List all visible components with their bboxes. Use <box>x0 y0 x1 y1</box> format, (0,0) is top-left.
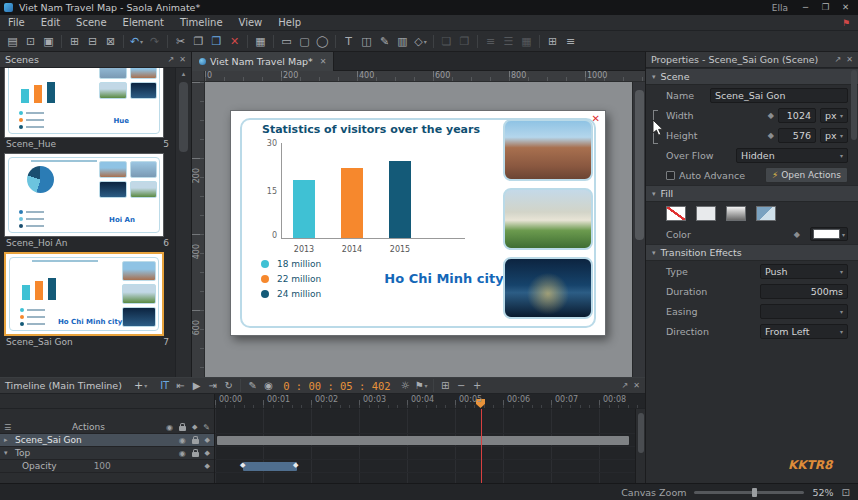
scrollbar-thumb[interactable] <box>638 413 644 453</box>
section-header-transition[interactable]: ▾ Transition Effects <box>646 244 858 261</box>
insert-image-button[interactable]: ▦ <box>252 33 269 50</box>
close-panel-icon[interactable]: ✕ <box>633 381 640 390</box>
playhead-line[interactable] <box>481 409 482 483</box>
zoom-slider-handle[interactable] <box>752 488 757 497</box>
menu-view[interactable]: View <box>231 15 271 30</box>
insert-rounded-rectangle-button[interactable]: ▢ <box>296 33 313 50</box>
top-lane[interactable] <box>215 447 635 460</box>
export-html5-button[interactable]: ⊟ <box>84 33 101 50</box>
legend-item[interactable]: 22 million <box>261 274 321 284</box>
slide-chart-element[interactable]: 30 15 0 201320142015 <box>257 143 469 255</box>
property-value[interactable]: 100 <box>94 461 111 471</box>
scene-name-input[interactable]: Scene_Sai Gon <box>710 88 848 103</box>
fill-image-swatch[interactable] <box>756 206 776 221</box>
open-actions-button[interactable]: ⚡ Open Actions <box>765 167 848 183</box>
scene-item-hoi-an[interactable]: Hoi An Scene_Hoi An 6 <box>4 153 172 248</box>
scene-thumbnail[interactable]: Hoi An <box>4 153 164 237</box>
grid-options-button[interactable]: ⊞ <box>544 33 561 50</box>
transition-type-dropdown[interactable]: Push ▾ <box>760 264 848 279</box>
loop-playback-button[interactable]: ↻ <box>221 379 236 393</box>
align-button[interactable]: ≡ <box>482 33 499 50</box>
delete-button[interactable]: ✕ <box>226 33 243 50</box>
next-frame-button[interactable]: ⇥ <box>205 379 220 393</box>
arrange-button[interactable]: ▦ <box>518 33 535 50</box>
new-document-button[interactable]: ▤ <box>4 33 21 50</box>
scene-thumbnail[interactable]: Hue <box>4 68 164 138</box>
menu-element[interactable]: Element <box>115 15 172 30</box>
copy-button[interactable]: ❐ <box>190 33 207 50</box>
photo-palace[interactable] <box>503 188 593 250</box>
menu-scene[interactable]: Scene <box>68 15 115 30</box>
scene-duration-bar[interactable] <box>217 436 629 445</box>
redo-button[interactable]: ↷ <box>146 33 163 50</box>
actions-lane[interactable] <box>215 421 635 434</box>
save-button[interactable]: ▣ <box>40 33 57 50</box>
menu-help[interactable]: Help <box>270 15 309 30</box>
chart-bar-2015[interactable] <box>389 161 411 238</box>
menu-timeline[interactable]: Timeline <box>172 15 231 30</box>
insert-rectangle-button[interactable]: ▭ <box>278 33 295 50</box>
height-input[interactable]: 576 <box>778 128 816 143</box>
cut-button[interactable]: ✂ <box>172 33 189 50</box>
fill-solid-swatch[interactable] <box>696 206 716 221</box>
timeline-flag-button[interactable]: ⚑▾ <box>414 379 429 393</box>
collapse-caret-icon[interactable]: ▾ <box>4 449 12 457</box>
width-input[interactable]: 1024 <box>778 108 816 123</box>
scene-item-hue[interactable]: Hue Scene_Hue 5 <box>4 68 172 149</box>
insert-shape-button[interactable]: ◇▾ <box>412 33 429 50</box>
menu-flag-icon[interactable]: ⚑ <box>842 18 850 28</box>
opacity-lane[interactable]: ◆ ◆ <box>215 460 635 473</box>
eye-icon[interactable]: ◉ <box>166 423 173 432</box>
scene-item-sai-gon[interactable]: Ho Chi Minh city Scene_Sai Gon 7 <box>4 252 172 347</box>
open-project-button[interactable]: ⊡ <box>22 33 39 50</box>
timeline-lanes[interactable]: ◆ ◆ <box>215 409 635 483</box>
eye-icon[interactable]: ◉ <box>179 449 186 458</box>
go-to-start-button[interactable]: ⇤ <box>173 379 188 393</box>
chart-bar-2013[interactable] <box>293 180 315 238</box>
insert-text-button[interactable]: T <box>340 33 357 50</box>
height-unit-dropdown[interactable]: px ▾ <box>820 128 848 143</box>
filter-icon[interactable]: ☰ <box>4 423 11 432</box>
keyframe-diamond[interactable]: ◆ <box>293 461 298 469</box>
opacity-tween-segment[interactable] <box>243 462 297 471</box>
undo-button[interactable]: ↶▾ <box>128 33 145 50</box>
tab-close-icon[interactable]: ✕ <box>320 57 327 66</box>
keyframe-diamond[interactable]: ◆ <box>240 461 245 469</box>
show-all-keyframes-button[interactable]: ☼ <box>398 379 413 393</box>
view-options-button[interactable]: ≡ <box>562 33 579 50</box>
document-tab[interactable]: Viet Nam Travel Map* ✕ <box>192 52 334 71</box>
scrollbar-thumb[interactable] <box>179 82 188 152</box>
section-header-scene[interactable]: ▾ Scene <box>646 68 858 85</box>
keyframe-diamond-icon[interactable]: ◆ <box>794 230 800 239</box>
scrollbar-thumb[interactable] <box>635 90 644 240</box>
legend-item[interactable]: 24 million <box>261 289 321 299</box>
lock-icon[interactable] <box>179 426 186 431</box>
canvas-scrollbar[interactable] <box>632 82 645 377</box>
fill-none-swatch[interactable] <box>666 206 686 221</box>
group-button[interactable]: ❏ <box>438 33 455 50</box>
city-label-element[interactable]: Ho Chi Minh city <box>379 271 509 286</box>
close-panel-icon[interactable]: ✕ <box>846 55 853 64</box>
lock-icon[interactable] <box>192 452 199 457</box>
easing-dropdown[interactable]: ▾ <box>760 304 848 319</box>
auto-keyframe-pen-button[interactable]: ✎ <box>245 379 260 393</box>
distribute-button[interactable]: ☰ <box>500 33 517 50</box>
float-panel-icon[interactable]: ↗ <box>835 55 842 64</box>
menu-edit[interactable]: Edit <box>33 15 68 30</box>
canvas-viewport[interactable]: ✕ Statistics of visitors over the years … <box>205 82 632 377</box>
timeline-ruler-scale[interactable]: 00:0000:0100:0200:0300:0400:0500:0600:07… <box>215 394 645 409</box>
duration-input[interactable]: 500ms <box>760 284 848 299</box>
direction-dropdown[interactable]: From Left ▾ <box>760 324 848 339</box>
insert-div-button[interactable]: ◫ <box>358 33 375 50</box>
timeline-scrollbar[interactable] <box>635 409 645 483</box>
insert-time-button[interactable]: IT <box>157 379 172 393</box>
auto-advance-checkbox[interactable] <box>666 171 675 180</box>
fit-to-window-icon[interactable]: ⊡ <box>842 487 850 498</box>
properties-scrollbar[interactable] <box>851 70 857 140</box>
keyframe-diamond-icon[interactable]: ◆ <box>768 131 774 140</box>
expand-caret-icon[interactable]: ▸ <box>4 436 12 444</box>
photo-skyline[interactable] <box>503 257 593 319</box>
minimize-button[interactable]: ─ <box>797 1 814 14</box>
close-panel-icon[interactable]: ✕ <box>179 55 186 64</box>
photo-cathedral[interactable] <box>503 119 593 181</box>
